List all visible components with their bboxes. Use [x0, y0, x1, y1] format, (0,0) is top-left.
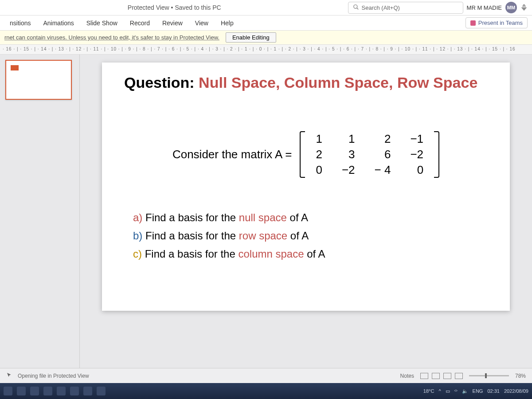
- ribbon-tabs: nsitions Animations Slide Show Record Re…: [0, 16, 532, 31]
- matrix-cell: − 4: [365, 162, 401, 178]
- present-label: Present in Teams: [478, 20, 523, 26]
- title-topic: Null Space, Column Space, Row Space: [195, 74, 478, 91]
- matrix-intro: Consider the matrix A =: [172, 148, 292, 161]
- search-icon: [353, 4, 359, 12]
- slide-thumbnail-pane[interactable]: [0, 55, 80, 368]
- chevron-up-icon[interactable]: ^: [438, 388, 441, 394]
- task-a-label: a): [133, 211, 142, 223]
- slide-canvas: Question: Null Space, Column Space, Row …: [0, 55, 532, 368]
- tab-record[interactable]: Record: [125, 17, 155, 29]
- task-c-highlight: column space: [238, 248, 304, 260]
- status-opening: Opening file in Protected View: [18, 373, 89, 379]
- avatar[interactable]: MM: [505, 2, 517, 13]
- task-list: a) Find a basis for the null space of A …: [124, 209, 488, 263]
- matrix-cell: 2: [306, 147, 332, 162]
- matrix-cell: 0: [306, 162, 332, 178]
- task-c-label: c): [133, 248, 142, 260]
- matrix-cell: 1: [332, 131, 365, 147]
- matrix-cell: 0: [400, 162, 433, 178]
- clock-date[interactable]: 2022/08/09: [504, 388, 528, 394]
- task-b: b) Find a basis for the row space of A: [133, 227, 488, 245]
- cursor-icon: [6, 372, 12, 379]
- slide-thumbnail-1[interactable]: [5, 60, 72, 100]
- language-indicator[interactable]: ENG: [473, 388, 483, 394]
- tab-view[interactable]: View: [190, 17, 214, 29]
- svg-line-1: [356, 8, 358, 9]
- start-button[interactable]: [4, 387, 12, 395]
- matrix-cell: −2: [400, 147, 433, 162]
- clock-time[interactable]: 02:31: [487, 388, 500, 394]
- enable-editing-button[interactable]: Enable Editing: [226, 32, 276, 43]
- protected-message: rnet can contain viruses. Unless you nee…: [4, 34, 219, 41]
- app-icon[interactable]: [70, 387, 79, 395]
- volume-icon[interactable]: 🔈: [462, 388, 468, 394]
- svg-point-0: [353, 4, 357, 8]
- task-b-label: b): [133, 230, 142, 242]
- present-in-teams-button[interactable]: Present in Teams: [466, 17, 528, 28]
- zoom-slider[interactable]: [469, 375, 509, 376]
- system-tray[interactable]: 18°C ^ ▭ ⌔ 🔈 ENG 02:31 2022/08/09: [423, 388, 528, 394]
- horizontal-ruler: · 16 · | · 15 · | · 14 · | · 13 · | · 12…: [0, 45, 532, 55]
- task-b-post: of A: [287, 230, 309, 242]
- tab-help[interactable]: Help: [215, 17, 239, 29]
- slide-title: Question: Null Space, Column Space, Row …: [124, 74, 488, 91]
- matrix-cell: 6: [365, 147, 401, 162]
- task-a-post: of A: [287, 211, 308, 223]
- view-switcher[interactable]: [420, 373, 463, 379]
- user-name: MR M MADIE: [467, 4, 502, 11]
- task-b-highlight: row space: [239, 230, 287, 242]
- powerpoint-statusbar: Opening file in Protected View Notes 78%: [0, 368, 532, 383]
- normal-view-icon[interactable]: [420, 373, 428, 379]
- wifi-icon[interactable]: ⌔: [454, 388, 458, 394]
- app-icon[interactable]: [57, 387, 66, 395]
- taskview-icon[interactable]: [17, 387, 26, 395]
- matrix-cell: 2: [365, 131, 401, 147]
- task-a-pre: Find a basis for the: [142, 211, 239, 223]
- notes-button[interactable]: Notes: [400, 373, 414, 379]
- windows-taskbar: 18°C ^ ▭ ⌔ 🔈 ENG 02:31 2022/08/09: [0, 383, 532, 399]
- document-title: Protected View • Saved to this PC: [4, 4, 344, 11]
- search-placeholder: Search (Alt+Q): [362, 4, 400, 11]
- task-c: c) Find a basis for the column space of …: [133, 245, 488, 263]
- slideshow-view-icon[interactable]: [455, 373, 463, 379]
- svg-rect-2: [523, 5, 525, 8]
- task-a: a) Find a basis for the null space of A: [133, 209, 488, 227]
- title-label: Question:: [124, 74, 195, 91]
- task-b-pre: Find a basis for the: [142, 230, 239, 242]
- task-c-post: of A: [304, 248, 325, 260]
- matrix-cell: 3: [332, 147, 365, 162]
- protected-view-bar: rnet can contain viruses. Unless you nee…: [0, 31, 532, 45]
- app-icon[interactable]: [83, 387, 92, 395]
- mic-icon[interactable]: [520, 4, 528, 11]
- tab-animations[interactable]: Animations: [38, 17, 79, 29]
- window-titlebar: Protected View • Saved to this PC Search…: [0, 0, 532, 16]
- teams-icon: [470, 20, 476, 26]
- matrix-cell: 1: [306, 131, 332, 147]
- tab-slideshow[interactable]: Slide Show: [81, 17, 123, 29]
- app-icon[interactable]: [97, 387, 106, 395]
- edge-icon[interactable]: [43, 387, 52, 395]
- battery-icon[interactable]: ▭: [446, 388, 450, 394]
- matrix-definition: Consider the matrix A = 1 1 2 −1 2 3 6: [124, 131, 488, 178]
- matrix-A: 1 1 2 −1 2 3 6 −2 0 −2: [300, 131, 439, 178]
- matrix-cell: −2: [332, 162, 365, 178]
- tab-transitions[interactable]: nsitions: [4, 17, 36, 29]
- task-c-pre: Find a basis for the: [142, 248, 238, 260]
- zoom-level[interactable]: 78%: [515, 373, 526, 379]
- reading-view-icon[interactable]: [443, 373, 451, 379]
- matrix-cell: −1: [400, 131, 433, 147]
- search-box[interactable]: Search (Alt+Q): [348, 2, 463, 14]
- weather-temp[interactable]: 18°C: [423, 388, 434, 394]
- file-explorer-icon[interactable]: [30, 387, 39, 395]
- slide[interactable]: Question: Null Space, Column Space, Row …: [102, 63, 510, 311]
- sorter-view-icon[interactable]: [432, 373, 440, 379]
- task-a-highlight: null space: [239, 211, 287, 223]
- user-area: MR M MADIE MM: [467, 2, 528, 13]
- tab-review[interactable]: Review: [157, 17, 188, 29]
